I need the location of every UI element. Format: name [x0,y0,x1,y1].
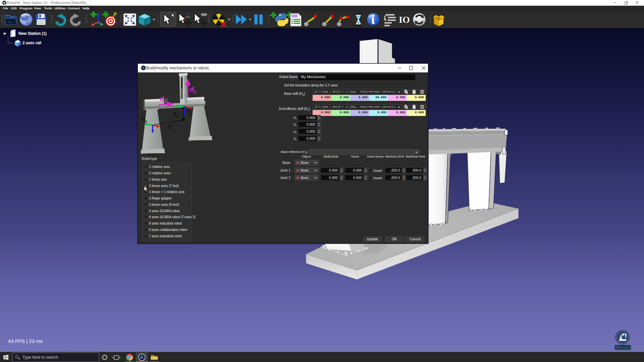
svg-text:d: d [173,111,176,117]
svg-text:2: 2 [176,114,178,118]
svg-text:F: F [142,116,145,123]
svg-text:F: F [187,109,191,115]
svg-text:1: 1 [164,99,166,104]
svg-text:T: T [191,112,193,116]
svg-text:IO: IO [399,14,410,25]
svg-text:1: 1 [171,127,173,131]
svg-text:d: d [167,123,171,130]
svg-text:2: 2 [194,90,196,95]
svg-text:Subscribe: Subscribe [620,346,632,349]
svg-text:B: B [145,120,147,124]
